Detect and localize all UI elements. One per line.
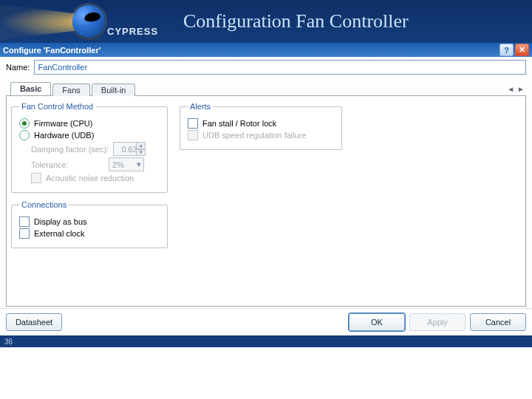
tab-nav-right-icon[interactable]: ►: [517, 85, 525, 93]
tab-panel-basic: Fan Control Method Firmware (CPU) Hardwa…: [6, 96, 526, 307]
udb-speed-label: UDB speed regulation failure: [202, 131, 307, 140]
display-bus-label: Display as bus: [34, 217, 87, 226]
group-connections: Connections Display as bus External cloc…: [11, 200, 168, 248]
acoustic-label: Acoustic noise reduction: [46, 174, 134, 183]
dialog-footer: Datasheet OK Apply Cancel: [0, 308, 532, 335]
tab-fans[interactable]: Fans: [52, 83, 89, 96]
spin-up-icon: ▲: [136, 142, 146, 149]
name-label: Name:: [6, 63, 30, 72]
radio-firmware[interactable]: [19, 118, 30, 129]
apply-button: Apply: [409, 313, 466, 331]
radio-hardware[interactable]: [19, 130, 30, 140]
checkbox-fan-stall[interactable]: [188, 118, 198, 129]
legend-alerts: Alerts: [188, 102, 213, 111]
legend-fan-method: Fan Control Method: [19, 102, 95, 111]
fan-stall-label: Fan stall / Rotor lock: [202, 119, 276, 128]
brand-text: CYPRESS: [107, 26, 158, 37]
radio-hardware-label: Hardware (UDB): [34, 131, 94, 140]
slide-header: CYPRESS Configuration Fan Controller: [0, 0, 532, 43]
spin-down-icon: ▼: [136, 149, 146, 157]
tab-basic[interactable]: Basic: [10, 82, 51, 95]
cancel-button[interactable]: Cancel: [470, 313, 526, 331]
damping-spinner: 0.63 ▲▼: [113, 142, 146, 156]
slide-number: 36: [4, 338, 13, 346]
checkbox-udb-speed: [188, 130, 198, 140]
legend-connections: Connections: [19, 200, 69, 209]
ok-button[interactable]: OK: [349, 313, 405, 331]
damping-label: Damping factor (sec):: [31, 145, 109, 154]
radio-firmware-label: Firmware (CPU): [34, 119, 92, 128]
tolerance-combo: 2%: [109, 157, 144, 171]
checkbox-acoustic: [31, 173, 41, 183]
dialog-titlebar: Configure 'FanController' ? ✕: [0, 43, 532, 57]
checkbox-display-bus[interactable]: [19, 216, 30, 227]
help-button[interactable]: ?: [499, 44, 514, 56]
tab-builtin[interactable]: Built-in: [92, 83, 136, 96]
name-field[interactable]: FanController: [34, 60, 526, 75]
datasheet-button[interactable]: Datasheet: [6, 313, 62, 331]
cypress-logo: CYPRESS: [0, 0, 177, 43]
tolerance-label: Tolerance:: [31, 160, 104, 169]
dialog-title: Configure 'FanController': [3, 46, 498, 55]
slide-number-strip: 36: [0, 335, 532, 347]
group-fan-control-method: Fan Control Method Firmware (CPU) Hardwa…: [11, 102, 168, 193]
tab-nav-left-icon[interactable]: ◄: [507, 85, 514, 93]
close-button[interactable]: ✕: [515, 44, 529, 56]
group-alerts: Alerts Fan stall / Rotor lock UDB speed …: [180, 102, 342, 150]
page-title: Configuration Fan Controller: [183, 10, 409, 33]
globe-icon: [72, 5, 105, 38]
external-clock-label: External clock: [34, 229, 84, 238]
checkbox-external-clock[interactable]: [19, 228, 30, 239]
tab-strip: Basic Fans Built-in ◄ ►: [6, 79, 526, 96]
